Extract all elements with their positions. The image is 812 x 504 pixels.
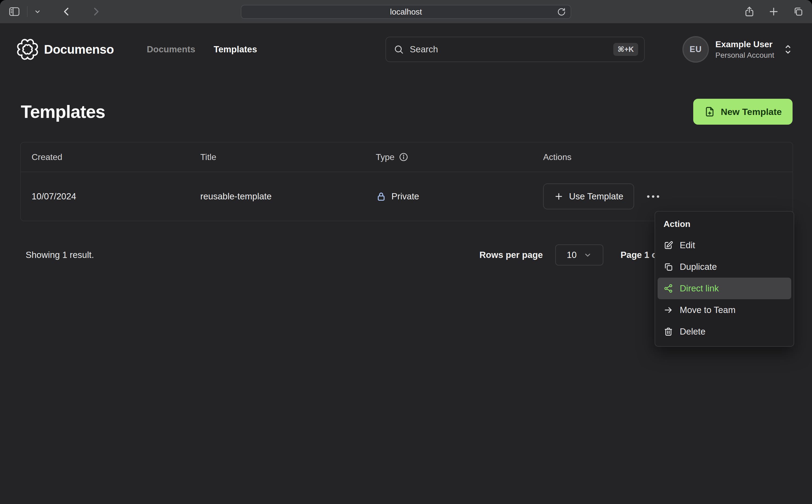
browser-window: localhost bbox=[0, 0, 812, 504]
new-template-button[interactable]: New Template bbox=[693, 99, 793, 125]
menu-item-label: Duplicate bbox=[680, 262, 717, 272]
menu-item-move-to-team[interactable]: Move to Team bbox=[658, 299, 791, 321]
search-input[interactable]: Search ⌘+K bbox=[385, 37, 645, 62]
menu-header: Action bbox=[658, 215, 791, 234]
nav-templates[interactable]: Templates bbox=[213, 44, 257, 55]
duplicate-icon bbox=[664, 262, 673, 272]
new-template-label: New Template bbox=[721, 107, 782, 117]
search-icon bbox=[393, 44, 404, 55]
user-account-type: Personal Account bbox=[715, 51, 774, 60]
user-menu-trigger[interactable]: EU Example User Personal Account bbox=[682, 36, 793, 63]
documenso-app: Documenso Documents Templates Search ⌘+K… bbox=[0, 23, 812, 504]
documenso-logo-icon bbox=[17, 39, 38, 60]
use-template-button[interactable]: Use Template bbox=[543, 183, 634, 209]
search-placeholder: Search bbox=[410, 44, 438, 55]
rows-per-page-select[interactable]: 10 bbox=[555, 244, 603, 265]
page-title: Templates bbox=[21, 101, 105, 122]
cell-created: 10/07/2024 bbox=[21, 191, 189, 202]
column-header-title: Title bbox=[189, 152, 365, 162]
refresh-icon[interactable] bbox=[557, 7, 566, 17]
user-name: Example User bbox=[715, 39, 774, 49]
back-icon[interactable] bbox=[61, 6, 72, 17]
cell-type: Private bbox=[365, 191, 532, 202]
brand-name: Documenso bbox=[44, 42, 114, 57]
share-nodes-icon bbox=[664, 284, 673, 293]
menu-item-duplicate[interactable]: Duplicate bbox=[658, 256, 791, 278]
sidebar-icon[interactable] bbox=[8, 5, 21, 18]
column-header-created: Created bbox=[21, 152, 189, 162]
menu-item-label: Edit bbox=[680, 240, 695, 250]
main-nav: Documents Templates bbox=[147, 44, 257, 55]
results-summary: Showing 1 result. bbox=[26, 250, 94, 260]
cell-title: reusable-template bbox=[189, 191, 365, 202]
table-header-row: Created Title Type Actions bbox=[21, 142, 793, 172]
type-label: Private bbox=[391, 191, 419, 202]
column-header-actions: Actions bbox=[532, 152, 793, 162]
new-tab-icon[interactable] bbox=[768, 6, 780, 18]
avatar: EU bbox=[682, 36, 709, 63]
tab-overview-icon[interactable] bbox=[792, 6, 804, 18]
edit-icon bbox=[664, 240, 673, 250]
url-text: localhost bbox=[390, 7, 422, 16]
search-shortcut-badge: ⌘+K bbox=[613, 43, 638, 56]
address-bar[interactable]: localhost bbox=[241, 5, 571, 19]
pagination-controls: Rows per page 10 Page 1 of 1 bbox=[480, 244, 668, 265]
templates-table: Created Title Type Actions 10/07/2024 re… bbox=[20, 142, 793, 221]
select-chevron-down-icon bbox=[584, 251, 592, 259]
use-template-label: Use Template bbox=[569, 191, 623, 202]
rows-per-page-label: Rows per page bbox=[480, 250, 543, 260]
share-icon[interactable] bbox=[743, 6, 755, 18]
file-plus-icon bbox=[704, 106, 715, 117]
row-actions-menu: Action Edit Duplicate bbox=[655, 211, 794, 347]
app-header: Documenso Documents Templates Search ⌘+K… bbox=[0, 23, 812, 66]
menu-item-direct-link[interactable]: Direct link bbox=[658, 278, 791, 299]
nav-documents[interactable]: Documents bbox=[147, 44, 195, 55]
toolbar-divider bbox=[27, 6, 28, 17]
chevrons-up-down-icon bbox=[783, 43, 793, 55]
row-actions-menu-button[interactable] bbox=[644, 193, 662, 200]
lock-icon bbox=[376, 191, 386, 202]
forward-icon[interactable] bbox=[90, 6, 101, 17]
menu-item-label: Delete bbox=[680, 326, 705, 337]
page-title-row: Templates New Template bbox=[0, 66, 812, 125]
menu-item-delete[interactable]: Delete bbox=[658, 321, 791, 342]
info-icon[interactable] bbox=[399, 152, 409, 162]
menu-item-label: Move to Team bbox=[680, 305, 736, 315]
plus-icon bbox=[554, 192, 564, 201]
cell-actions: Use Template bbox=[532, 183, 793, 209]
chevron-down-icon[interactable] bbox=[34, 8, 41, 15]
rows-per-page-value: 10 bbox=[567, 250, 577, 260]
menu-item-label: Direct link bbox=[680, 283, 719, 294]
browser-toolbar: localhost bbox=[0, 0, 812, 23]
menu-item-edit[interactable]: Edit bbox=[658, 234, 791, 256]
user-meta: Example User Personal Account bbox=[715, 39, 774, 60]
trash-icon bbox=[664, 327, 673, 336]
arrow-right-icon bbox=[664, 305, 673, 315]
column-header-type: Type bbox=[365, 152, 532, 162]
brand[interactable]: Documenso bbox=[17, 39, 114, 60]
